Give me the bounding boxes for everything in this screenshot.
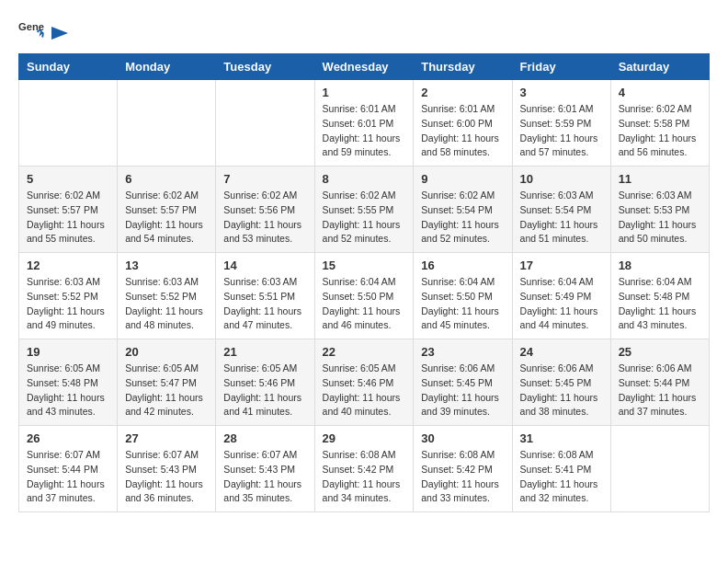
daylight-text: Daylight: 11 hours and 42 minutes.: [125, 392, 203, 418]
calendar-cell: 6 Sunrise: 6:02 AM Sunset: 5:57 PM Dayli…: [118, 167, 216, 253]
sunrise-text: Sunrise: 6:02 AM: [125, 190, 199, 201]
daylight-text: Daylight: 11 hours and 59 minutes.: [323, 132, 401, 158]
day-number: 8: [323, 172, 406, 186]
daylight-text: Daylight: 11 hours and 37 minutes.: [27, 478, 105, 504]
daylight-text: Daylight: 11 hours and 43 minutes.: [27, 392, 105, 418]
day-number: 26: [27, 431, 109, 445]
day-info: Sunrise: 6:06 AM Sunset: 5:45 PM Dayligh…: [520, 362, 603, 419]
sunset-text: Sunset: 5:43 PM: [125, 464, 197, 475]
calendar-cell: 21 Sunrise: 6:05 AM Sunset: 5:46 PM Dayl…: [216, 339, 314, 426]
calendar-body: 1 Sunrise: 6:01 AM Sunset: 6:01 PM Dayli…: [19, 80, 710, 512]
sunset-text: Sunset: 5:59 PM: [520, 118, 592, 129]
sunset-text: Sunset: 5:54 PM: [421, 204, 493, 215]
calendar-week-row: 1 Sunrise: 6:01 AM Sunset: 6:01 PM Dayli…: [19, 80, 710, 167]
day-number: 7: [223, 172, 306, 186]
day-number: 4: [619, 86, 701, 99]
logo-icon: General: [18, 18, 44, 44]
daylight-text: Daylight: 11 hours and 51 minutes.: [520, 219, 598, 245]
calendar-cell: 23 Sunrise: 6:06 AM Sunset: 5:45 PM Dayl…: [414, 339, 512, 426]
weekday-header: Sunday: [19, 54, 118, 80]
calendar-cell: 14 Sunrise: 6:03 AM Sunset: 5:51 PM Dayl…: [216, 253, 314, 339]
day-number: 21: [223, 345, 306, 359]
logo-arrow-icon: [50, 25, 70, 41]
daylight-text: Daylight: 11 hours and 47 minutes.: [223, 305, 301, 331]
sunrise-text: Sunrise: 6:01 AM: [421, 103, 495, 114]
day-info: Sunrise: 6:02 AM Sunset: 5:54 PM Dayligh…: [421, 189, 504, 247]
day-info: Sunrise: 6:03 AM Sunset: 5:54 PM Dayligh…: [520, 189, 603, 247]
calendar-cell: 16 Sunrise: 6:04 AM Sunset: 5:50 PM Dayl…: [414, 253, 512, 339]
day-info: Sunrise: 6:03 AM Sunset: 5:53 PM Dayligh…: [619, 189, 701, 247]
sunset-text: Sunset: 5:47 PM: [125, 377, 197, 388]
sunrise-text: Sunrise: 6:05 AM: [125, 362, 199, 373]
weekday-header: Saturday: [610, 54, 709, 80]
calendar-cell: 3 Sunrise: 6:01 AM Sunset: 5:59 PM Dayli…: [512, 80, 610, 167]
calendar-cell: 15 Sunrise: 6:04 AM Sunset: 5:50 PM Dayl…: [314, 253, 414, 339]
day-info: Sunrise: 6:05 AM Sunset: 5:46 PM Dayligh…: [323, 362, 406, 419]
svg-marker-1: [51, 27, 68, 40]
calendar-cell: 4 Sunrise: 6:02 AM Sunset: 5:58 PM Dayli…: [610, 80, 709, 167]
calendar-cell: 1 Sunrise: 6:01 AM Sunset: 6:01 PM Dayli…: [314, 80, 414, 167]
day-info: Sunrise: 6:03 AM Sunset: 5:52 PM Dayligh…: [27, 275, 109, 333]
day-number: 10: [520, 172, 603, 186]
sunset-text: Sunset: 5:58 PM: [619, 118, 690, 129]
calendar-cell: 20 Sunrise: 6:05 AM Sunset: 5:47 PM Dayl…: [118, 339, 216, 426]
day-number: 3: [520, 86, 603, 99]
day-info: Sunrise: 6:08 AM Sunset: 5:42 PM Dayligh…: [421, 448, 504, 506]
sunrise-text: Sunrise: 6:01 AM: [520, 103, 594, 114]
day-info: Sunrise: 6:07 AM Sunset: 5:43 PM Dayligh…: [223, 448, 306, 506]
day-info: Sunrise: 6:06 AM Sunset: 5:45 PM Dayligh…: [421, 362, 504, 419]
day-number: 29: [323, 431, 406, 445]
sunset-text: Sunset: 5:55 PM: [323, 204, 394, 215]
calendar-cell: 25 Sunrise: 6:06 AM Sunset: 5:44 PM Dayl…: [610, 339, 709, 426]
daylight-text: Daylight: 11 hours and 34 minutes.: [323, 478, 401, 504]
day-info: Sunrise: 6:01 AM Sunset: 6:01 PM Dayligh…: [323, 102, 406, 160]
calendar-cell: [19, 80, 118, 167]
calendar-cell: 8 Sunrise: 6:02 AM Sunset: 5:55 PM Dayli…: [314, 167, 414, 253]
sunset-text: Sunset: 5:42 PM: [421, 464, 493, 475]
sunrise-text: Sunrise: 6:06 AM: [421, 362, 495, 373]
daylight-text: Daylight: 11 hours and 48 minutes.: [125, 305, 203, 331]
day-info: Sunrise: 6:04 AM Sunset: 5:48 PM Dayligh…: [619, 275, 701, 333]
daylight-text: Daylight: 11 hours and 33 minutes.: [421, 478, 499, 504]
calendar-cell: 19 Sunrise: 6:05 AM Sunset: 5:48 PM Dayl…: [19, 339, 118, 426]
day-info: Sunrise: 6:04 AM Sunset: 5:50 PM Dayligh…: [323, 275, 406, 333]
sunrise-text: Sunrise: 6:05 AM: [323, 362, 396, 373]
day-number: 18: [619, 259, 701, 272]
day-number: 9: [421, 172, 504, 186]
calendar-cell: 7 Sunrise: 6:02 AM Sunset: 5:56 PM Dayli…: [216, 167, 314, 253]
day-number: 27: [125, 431, 208, 445]
day-info: Sunrise: 6:02 AM Sunset: 5:55 PM Dayligh…: [323, 189, 406, 247]
sunset-text: Sunset: 5:43 PM: [223, 464, 295, 475]
day-info: Sunrise: 6:07 AM Sunset: 5:43 PM Dayligh…: [125, 448, 208, 506]
daylight-text: Daylight: 11 hours and 50 minutes.: [619, 219, 697, 245]
sunset-text: Sunset: 5:41 PM: [520, 464, 592, 475]
daylight-text: Daylight: 11 hours and 49 minutes.: [27, 305, 105, 331]
sunset-text: Sunset: 5:45 PM: [421, 377, 493, 388]
day-info: Sunrise: 6:04 AM Sunset: 5:49 PM Dayligh…: [520, 275, 603, 333]
day-number: 14: [223, 259, 306, 272]
calendar-table: SundayMondayTuesdayWednesdayThursdayFrid…: [18, 53, 710, 512]
day-number: 24: [520, 345, 603, 359]
sunset-text: Sunset: 5:54 PM: [520, 204, 592, 215]
sunset-text: Sunset: 5:49 PM: [520, 291, 592, 302]
day-number: 5: [27, 172, 109, 186]
day-number: 23: [421, 345, 504, 359]
daylight-text: Daylight: 11 hours and 54 minutes.: [125, 219, 203, 245]
sunrise-text: Sunrise: 6:06 AM: [619, 362, 692, 373]
sunset-text: Sunset: 5:44 PM: [619, 377, 690, 388]
calendar-cell: 22 Sunrise: 6:05 AM Sunset: 5:46 PM Dayl…: [314, 339, 414, 426]
day-number: 22: [323, 345, 406, 359]
sunset-text: Sunset: 5:53 PM: [619, 204, 690, 215]
logo: General: [18, 18, 70, 44]
sunset-text: Sunset: 5:48 PM: [27, 377, 98, 388]
calendar-cell: 29 Sunrise: 6:08 AM Sunset: 5:42 PM Dayl…: [314, 426, 414, 512]
daylight-text: Daylight: 11 hours and 58 minutes.: [421, 132, 499, 158]
sunset-text: Sunset: 5:50 PM: [323, 291, 394, 302]
calendar-cell: [610, 426, 709, 512]
daylight-text: Daylight: 11 hours and 57 minutes.: [520, 132, 598, 158]
daylight-text: Daylight: 11 hours and 36 minutes.: [125, 478, 203, 504]
day-number: 28: [223, 431, 306, 445]
calendar-week-row: 5 Sunrise: 6:02 AM Sunset: 5:57 PM Dayli…: [19, 167, 710, 253]
day-number: 6: [125, 172, 208, 186]
day-info: Sunrise: 6:06 AM Sunset: 5:44 PM Dayligh…: [619, 362, 701, 419]
